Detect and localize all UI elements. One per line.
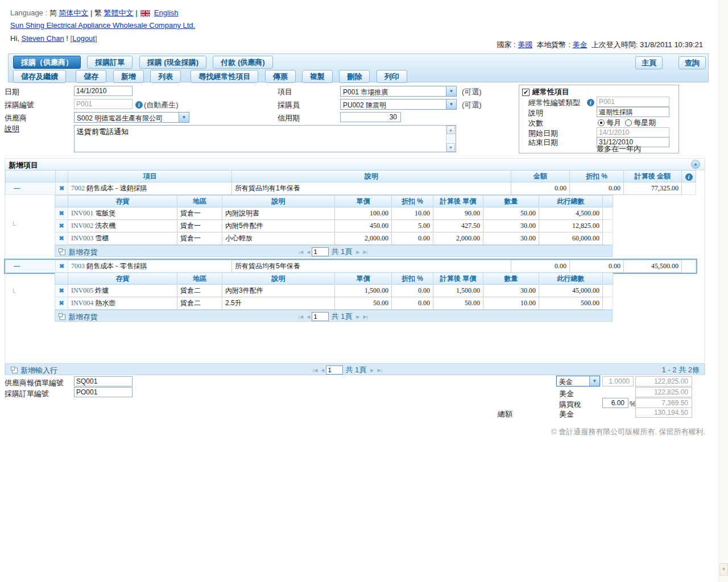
pager-total-label: 共 1頁 [331, 247, 352, 256]
scroll-up-icon[interactable]: ▲ [446, 126, 455, 134]
inventory-header: 存貨 地區 說明 單價 折扣 % 計算後 單價 數量 此行總數 [55, 196, 613, 207]
pager-prev-icon[interactable]: ◀ [307, 314, 310, 319]
description-link[interactable]: 說明 [5, 124, 19, 133]
textarea-scrollbar[interactable]: ▲ ▼ [446, 126, 456, 152]
recurring-desc-input[interactable] [597, 107, 669, 117]
delete-group-icon[interactable]: ✖ [59, 185, 64, 192]
date-input[interactable] [74, 86, 133, 96]
scroll-down-icon[interactable]: ▼ [446, 143, 455, 152]
supplier-quote-no-label: 供應商報價單編號 [5, 378, 64, 388]
description-textarea[interactable]: 送貨前電話通知 [75, 126, 446, 152]
pager-page-input[interactable] [326, 365, 343, 375]
add-window-icon [60, 250, 65, 255]
pager-total-label: 共 1頁 [331, 312, 352, 321]
pager-first-icon[interactable]: |◀ [299, 250, 303, 255]
copy-button[interactable]: 複製 [302, 70, 333, 83]
credit-period-input[interactable] [340, 112, 401, 122]
info-icon: i [685, 173, 693, 181]
tab-purchase-supplier[interactable]: 採購（供應商） [13, 56, 81, 69]
delete-inventory-icon[interactable]: ✖ [59, 300, 64, 306]
pager-first-icon[interactable]: |◀ [313, 368, 317, 373]
buyer-optional-note: (可選) [462, 100, 482, 110]
add-inventory[interactable]: 新增存貨 [58, 247, 98, 257]
dropdown-arrow-icon[interactable]: ▼ [589, 376, 599, 386]
supplier-quote-no-input[interactable] [74, 376, 133, 386]
pager-last-icon[interactable]: ▶| [363, 314, 367, 319]
recurring-note: 最多在一年內 [597, 144, 641, 154]
pager-next-icon[interactable]: ▶ [356, 250, 359, 255]
monthly-radio[interactable] [598, 119, 605, 126]
query-button[interactable]: 查詢 [679, 56, 706, 69]
print-button[interactable]: 列印 [377, 70, 407, 83]
new-button[interactable]: 新增 [113, 70, 144, 83]
home-button[interactable]: 主頁 [635, 56, 663, 69]
save-and-continue-button[interactable]: 儲存及繼續 [13, 70, 66, 83]
lang-simplified-link[interactable]: 简体中文 [59, 9, 88, 17]
delete-inventory-icon[interactable]: ✖ [59, 222, 64, 229]
col-calc-amount: 計算後 金額 [624, 171, 682, 182]
delete-button[interactable]: 刪除 [339, 70, 370, 83]
currency-select[interactable]: 美金 ▼ [556, 376, 600, 386]
weekly-radio[interactable] [625, 119, 632, 126]
tax-rate-input[interactable] [602, 398, 628, 408]
copyright: © 會計通服務有限公司版權所有. 保留所有權利. [0, 427, 705, 437]
col-line-total: 此行總數 [539, 196, 603, 207]
page-scrollbar[interactable]: ▼ [718, 0, 728, 582]
country-link[interactable]: 美國 [518, 40, 532, 49]
items-table-group-2: — ✖ 7003 銷售成本 - 零售採購 所有貨品均有5年保養 0.00 0.0… [5, 260, 696, 273]
collapse-group-icon[interactable]: — [9, 263, 20, 269]
items-panel: 新增項目 ▲ 項目 說明 金額 折扣 % 計算後 金額 i — ✖ 7002 銷… [5, 158, 705, 375]
tab-payment-supplier[interactable]: 付款 (供應商) [213, 56, 272, 69]
collapse-group-icon[interactable]: — [9, 185, 20, 192]
pager-next-icon[interactable]: ▶ [370, 368, 374, 373]
find-recurring-button[interactable]: 尋找經常性項目 [191, 70, 258, 83]
pager-last-icon[interactable]: ▶| [363, 250, 367, 255]
delete-inventory-icon[interactable]: ✖ [59, 287, 64, 294]
last-login-label: 上次登入時間: [592, 40, 638, 49]
dropdown-arrow-icon[interactable]: ▼ [446, 86, 456, 96]
pager-page-input[interactable] [312, 312, 329, 321]
supplier-select[interactable]: S002 明德電器生產有限公司 ▼ [74, 112, 189, 123]
scrollbar-down-icon[interactable]: ▼ [719, 563, 728, 576]
company-link[interactable]: Sun Shing Electrical Appliance Wholesale… [10, 21, 195, 30]
hi-suffix: ! [66, 34, 68, 43]
pager-prev-icon[interactable]: ◀ [307, 250, 310, 255]
purchase-order-no-input[interactable] [74, 387, 133, 397]
pager-last-icon[interactable]: ▶| [377, 368, 382, 373]
recurring-type-input [597, 97, 669, 107]
dropdown-arrow-icon[interactable]: ▼ [446, 99, 456, 109]
pager-first-icon[interactable]: |◀ [299, 314, 303, 319]
recurring-checkbox[interactable]: ✔ [522, 87, 530, 96]
inventory-row: ✖ INV003 雪櫃 貨倉一 小心輕放 2,000.00 0.00 2,000… [55, 232, 613, 245]
delete-inventory-icon[interactable]: ✖ [59, 235, 64, 242]
add-inventory[interactable]: 新增存貨 [58, 312, 98, 322]
hi-prefix: Hi, [10, 34, 19, 43]
voucher-button[interactable]: 傳票 [265, 70, 296, 83]
col-calc-price: 計算後 單價 [433, 273, 483, 285]
local-currency-link[interactable]: 美金 [572, 40, 587, 49]
project-select[interactable]: P001 市場推廣 ▼ [340, 86, 457, 97]
dropdown-arrow-icon[interactable]: ▼ [179, 113, 189, 122]
tab-purchase-order[interactable]: 採購訂單 [87, 56, 133, 69]
tab-cash-purchase[interactable]: 採購 (現金採購) [139, 56, 206, 69]
lang-english-link[interactable]: English [154, 9, 179, 17]
user-link[interactable]: Steven Chan [22, 34, 64, 43]
pager-prev-icon[interactable]: ◀ [321, 368, 324, 373]
pager-next-icon[interactable]: ▶ [356, 314, 359, 319]
recurring-desc-label: 說明 [528, 108, 543, 118]
delete-group-icon[interactable]: ✖ [59, 263, 64, 269]
delete-inventory-icon[interactable]: ✖ [59, 210, 64, 217]
inventory-group-1: 存貨 地區 說明 單價 折扣 % 計算後 單價 數量 此行總數 ✖ INV001… [55, 195, 613, 257]
pager-page-input[interactable] [312, 247, 329, 256]
purchase-supplier-page: Language : 简 简体中文 | 繁 繁體中文 | English Sun… [0, 0, 728, 582]
buyer-select[interactable]: PU002 陳震明 ▼ [340, 99, 457, 110]
collapse-panel-button[interactable]: ▲ [691, 160, 700, 169]
list-button[interactable]: 列表 [150, 70, 181, 83]
country-label: 國家 : [497, 40, 515, 49]
save-button[interactable]: 儲存 [76, 70, 106, 83]
logout-link[interactable]: Logout [72, 34, 95, 43]
lang-traditional-link[interactable]: 繁體中文 [104, 9, 134, 17]
item-group-row: — ✖ 7002 銷售成本 - 速銷採購 所有貨品均有1年保養 0.00 0.0… [6, 182, 696, 195]
add-line[interactable]: 新增輸入行 [10, 365, 57, 376]
tabs-row: 採購（供應商） 採購訂單 採購 (現金採購) 付款 (供應商) [9, 56, 273, 69]
